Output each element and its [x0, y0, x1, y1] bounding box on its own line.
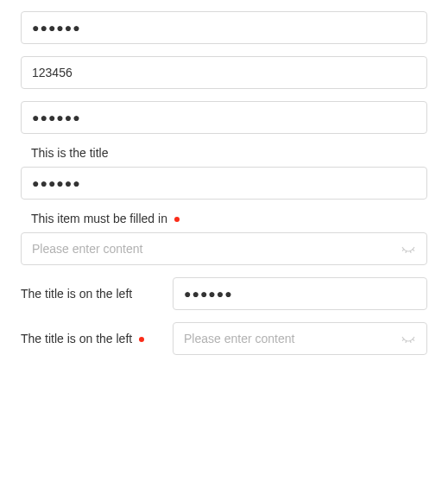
field-6-label: The title is on the left — [21, 287, 173, 301]
svg-line-6 — [410, 340, 411, 342]
field-5-label: This item must be filled in — [21, 212, 427, 232]
password-mask: ●●●●●● — [32, 177, 416, 189]
eye-closed-icon[interactable] — [401, 241, 416, 257]
field-5-label-text: This item must be filled in — [31, 212, 167, 225]
password-input-1-wrap[interactable]: ●●●●●● — [21, 11, 427, 44]
required-indicator — [174, 217, 180, 222]
password-field-7: The title is on the left — [21, 322, 427, 355]
svg-line-5 — [406, 340, 407, 342]
field-7-label: The title is on the left — [21, 332, 173, 345]
password-field-6: The title is on the left ●●●●●● — [21, 277, 427, 310]
password-field-3: ●●●●●● — [21, 101, 427, 134]
svg-line-7 — [413, 339, 413, 341]
eye-closed-icon[interactable] — [401, 331, 416, 346]
password-input-6-wrap[interactable]: ●●●●●● — [173, 277, 427, 310]
password-field-1: ●●●●●● — [21, 11, 427, 44]
password-input-7[interactable] — [184, 323, 394, 354]
password-field-5: This item must be filled in — [21, 212, 427, 265]
svg-line-4 — [402, 339, 403, 341]
text-input-2[interactable] — [32, 57, 416, 88]
text-field-2 — [21, 56, 427, 89]
password-mask: ●●●●●● — [184, 288, 416, 300]
svg-line-2 — [410, 250, 411, 252]
password-field-4: This is the title ●●●●●● — [21, 146, 427, 200]
svg-line-1 — [406, 250, 407, 252]
password-input-3-wrap[interactable]: ●●●●●● — [21, 101, 427, 134]
password-mask: ●●●●●● — [32, 111, 416, 124]
field-7-label-text: The title is on the left — [21, 332, 132, 345]
required-indicator — [139, 337, 144, 342]
password-input-4-wrap[interactable]: ●●●●●● — [21, 167, 427, 200]
password-input-7-wrap[interactable] — [173, 322, 427, 355]
svg-line-0 — [402, 250, 403, 251]
text-input-2-wrap[interactable] — [21, 56, 427, 89]
svg-line-3 — [413, 250, 413, 251]
password-mask: ●●●●●● — [32, 22, 416, 34]
field-4-label: This is the title — [21, 146, 427, 167]
password-input-5-wrap[interactable] — [21, 232, 427, 265]
password-input-5[interactable] — [32, 233, 394, 264]
